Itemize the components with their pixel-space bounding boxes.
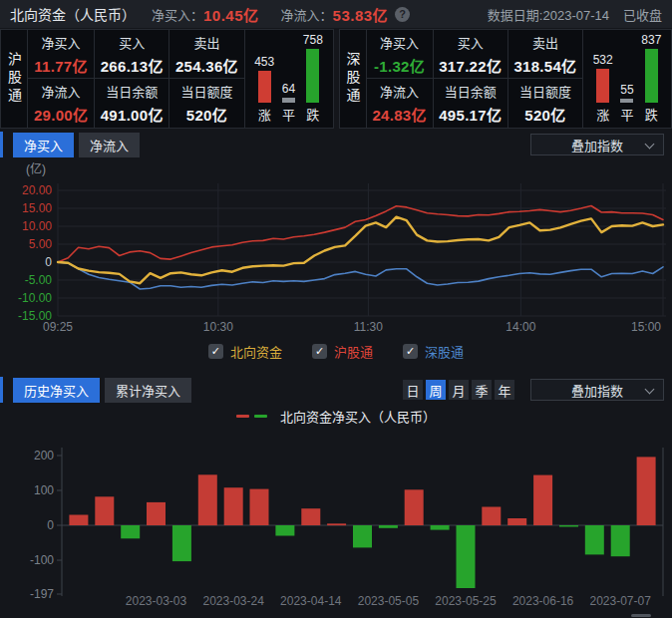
overlay-index-select[interactable]: 叠加指数 xyxy=(530,379,664,401)
tab-history-net-buy[interactable]: 历史净买入 xyxy=(13,378,100,403)
stat-value: 491.00亿 xyxy=(101,104,164,125)
period-year-button[interactable]: 年 xyxy=(495,380,514,400)
stat-cell: 卖出318.54亿 xyxy=(508,30,583,79)
history-bar[interactable] xyxy=(637,457,656,525)
market-status: 已收盘 xyxy=(623,5,662,24)
history-bar[interactable] xyxy=(431,525,450,530)
stat-value: 254.36亿 xyxy=(175,55,238,76)
history-bar[interactable] xyxy=(482,507,501,526)
flat-stat: 64平 xyxy=(282,82,295,124)
horizontal-scrollbar[interactable] xyxy=(631,614,651,617)
period-quarter-button[interactable]: 季 xyxy=(472,380,492,400)
legend-label: 沪股通 xyxy=(334,342,373,361)
stat-label: 净买入 xyxy=(42,33,81,52)
advance-label: 涨 xyxy=(258,105,271,124)
history-bar[interactable] xyxy=(379,525,398,528)
overlay-index-select[interactable]: 叠加指数 xyxy=(530,134,664,155)
stat-label: 买入 xyxy=(458,33,484,52)
history-bar[interactable] xyxy=(121,525,140,538)
stat-cell: 买入266.13亿 xyxy=(95,30,169,79)
stat-value: 318.54亿 xyxy=(513,55,576,76)
stat-value: 29.00亿 xyxy=(34,104,88,125)
history-bar[interactable] xyxy=(611,525,630,556)
chevron-down-icon xyxy=(645,140,655,150)
history-bar[interactable] xyxy=(405,489,424,525)
stat-label: 买入 xyxy=(119,33,145,52)
svg-text:2023-05-05: 2023-05-05 xyxy=(358,594,420,608)
history-bar[interactable] xyxy=(301,508,320,525)
stat-value: 11.77亿 xyxy=(34,55,88,76)
section-accent-bar xyxy=(0,132,3,157)
history-bar[interactable] xyxy=(327,523,346,525)
stat-label: 净买入 xyxy=(380,33,419,52)
flat-count: 64 xyxy=(282,82,295,96)
history-bar[interactable] xyxy=(507,518,526,525)
stat-cell: 卖出254.36亿 xyxy=(169,30,244,79)
period-day-button[interactable]: 日 xyxy=(403,380,423,400)
flat-count: 55 xyxy=(620,83,633,97)
stat-label: 卖出 xyxy=(193,33,219,52)
chevron-down-icon xyxy=(645,385,655,395)
period-month-button[interactable]: 月 xyxy=(449,380,469,400)
svg-text:-10.00: -10.00 xyxy=(18,291,52,305)
checkbox-checked-icon[interactable] xyxy=(312,344,327,359)
svg-text:-197: -197 xyxy=(30,587,54,601)
advance-stat: 453涨 xyxy=(254,55,274,124)
checkbox-checked-icon[interactable] xyxy=(403,344,418,359)
advance-bar xyxy=(596,69,609,103)
svg-text:10.00: 10.00 xyxy=(22,219,52,233)
history-bar[interactable] xyxy=(250,489,269,525)
checkbox-checked-icon[interactable] xyxy=(208,344,223,359)
stat-label: 当日额度 xyxy=(180,82,232,101)
tab-cumulative-net-buy[interactable]: 累计净买入 xyxy=(105,378,191,403)
stat-cell: 当日额度520亿 xyxy=(508,79,583,128)
section-gap xyxy=(0,365,672,377)
history-bar[interactable] xyxy=(353,525,372,547)
svg-text:2023-05-25: 2023-05-25 xyxy=(435,594,497,608)
history-bar[interactable] xyxy=(147,502,166,525)
history-bar[interactable] xyxy=(457,525,476,588)
svg-text:15:00: 15:00 xyxy=(631,320,661,334)
decline-label: 跌 xyxy=(306,105,319,124)
legend-toggle-shenzhen[interactable]: 深股通 xyxy=(403,342,464,361)
stat-value: 24.83亿 xyxy=(372,104,426,125)
tab-net-buy[interactable]: 净买入 xyxy=(13,133,74,157)
history-bar[interactable] xyxy=(275,525,294,536)
svg-text:-100: -100 xyxy=(30,553,54,567)
history-bar[interactable] xyxy=(95,496,114,525)
history-bar[interactable] xyxy=(69,515,88,526)
history-bar[interactable] xyxy=(172,525,191,561)
stat-cell: 买入317.22亿 xyxy=(434,30,508,79)
svg-text:2023-03-24: 2023-03-24 xyxy=(203,594,265,608)
panel-shanghai-connect: 沪股通 净买入11.77亿 买入266.13亿 卖出254.36亿 净流入29.… xyxy=(0,29,334,129)
northbound-capital-dashboard: 北向资金（人民币） 净买入： 10.45亿 净流入： 53.83亿 数据日期:2… xyxy=(0,0,672,618)
period-week-button[interactable]: 周 xyxy=(426,380,446,400)
legend-toggle-northbound[interactable]: 北向资金 xyxy=(208,342,282,361)
stat-cell: 净买入-1.32亿 xyxy=(367,30,434,79)
legend-toggle-shanghai[interactable]: 沪股通 xyxy=(312,342,373,361)
panel-shenzhen-connect: 深股通 净买入-1.32亿 买入317.22亿 卖出318.54亿 净流入24.… xyxy=(339,29,672,129)
negative-dash-icon xyxy=(254,415,267,418)
stat-value: 266.13亿 xyxy=(101,55,164,76)
stat-value: 317.22亿 xyxy=(439,55,502,76)
line-series-沪股通 xyxy=(58,206,663,263)
data-date: 数据日期:2023-07-14 xyxy=(488,5,609,24)
history-bar[interactable] xyxy=(585,525,604,554)
svg-text:2023-04-14: 2023-04-14 xyxy=(280,594,342,608)
header: 北向资金（人民币） 净买入： 10.45亿 净流入： 53.83亿 数据日期:2… xyxy=(0,0,672,28)
svg-text:10:30: 10:30 xyxy=(203,320,233,334)
stat-cell: 净买入11.77亿 xyxy=(28,30,95,79)
intraday-line-chart: 09:2510:3011:3014:0015:0020.0015.0010.00… xyxy=(0,157,672,337)
legend-label: 北向资金 xyxy=(230,342,282,361)
history-bar[interactable] xyxy=(198,474,217,525)
advance-bar xyxy=(258,71,271,103)
history-bar[interactable] xyxy=(224,487,243,525)
svg-text:11:30: 11:30 xyxy=(354,320,383,334)
history-bar[interactable] xyxy=(533,475,552,525)
stat-label: 净流入 xyxy=(42,82,81,101)
bar-chart-title: 北向资金净买入（人民币） xyxy=(280,407,436,426)
panel-shanghai-title: 沪股通 xyxy=(1,30,28,128)
tab-net-inflow[interactable]: 净流入 xyxy=(79,133,140,157)
help-icon[interactable] xyxy=(395,7,410,22)
history-bar[interactable] xyxy=(559,525,578,527)
